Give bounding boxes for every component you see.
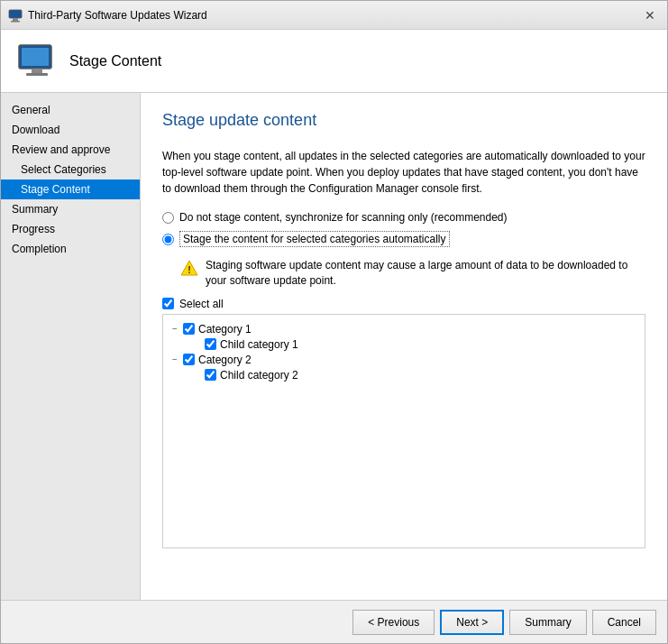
svg-rect-6 [26,73,48,76]
checkbox-child1[interactable] [205,338,216,350]
svg-rect-4 [22,48,49,66]
title-bar-text: Third-Party Software Updates Wizard [28,9,640,22]
sidebar: General Download Review and approve Sele… [1,93,141,600]
tree-item-child2: − Child category 2 [190,369,639,382]
sidebar-item-general[interactable]: General [1,100,140,120]
category2-label: Category 2 [198,354,252,366]
sidebar-item-review[interactable]: Review and approve [1,140,140,160]
warning-icon: ! [180,259,198,277]
tree-item-child1: − Child category 1 [190,338,639,351]
sidebar-item-summary[interactable]: Summary [1,199,140,219]
radio-option-2: Stage the content for selected categorie… [162,231,645,247]
content-area: Stage update content When you stage cont… [141,93,667,600]
tree-container: − Category 1 − Child category 1 − Catego… [162,314,645,548]
checkbox-category1[interactable] [183,323,195,335]
svg-rect-5 [32,69,42,73]
tree-expand-cat1[interactable]: − [169,324,181,334]
child1-label: Child category 1 [220,338,298,351]
checkbox-child2[interactable] [205,369,216,381]
category1-label: Category 1 [198,323,252,336]
page-title: Stage update content [162,111,645,130]
tree-expand-cat2[interactable]: − [169,354,181,364]
tree-item-category1: − Category 1 [169,323,639,336]
svg-rect-2 [11,21,20,23]
wizard-window: Third-Party Software Updates Wizard ✕ St… [0,0,668,644]
select-all-checkbox[interactable] [162,298,174,309]
title-bar: Third-Party Software Updates Wizard ✕ [1,1,667,30]
radio2-label[interactable]: Stage the content for selected categorie… [179,231,450,247]
footer: < Previous Next > Summary Cancel [1,600,667,643]
sidebar-item-completion[interactable]: Completion [1,239,140,259]
svg-rect-0 [9,10,22,18]
previous-button[interactable]: < Previous [352,610,435,635]
wizard-body: General Download Review and approve Sele… [1,93,667,600]
close-button[interactable]: ✕ [640,5,660,25]
wizard-header: Stage Content [1,30,667,93]
child2-label: Child category 2 [220,369,298,382]
svg-text:!: ! [188,264,191,275]
tree-item-category2: − Category 2 [169,354,639,366]
cancel-button[interactable]: Cancel [592,610,656,635]
radio-no-stage[interactable] [162,212,174,224]
svg-rect-1 [13,18,18,21]
select-all-row: Select all [162,298,645,310]
sidebar-item-select-categories[interactable]: Select Categories [1,160,140,179]
radio-option-1: Do not stage content, synchronize for sc… [162,211,645,224]
wizard-header-title: Stage Content [69,53,161,69]
sidebar-item-download[interactable]: Download [1,120,140,140]
radio-stage[interactable] [162,234,174,245]
sidebar-item-stage-content[interactable]: Stage Content [1,179,140,199]
checkbox-category2[interactable] [183,354,195,365]
next-button[interactable]: Next > [440,610,504,635]
warning-text: Staging software update content may caus… [206,258,645,289]
summary-button[interactable]: Summary [509,610,586,635]
computer-icon [15,40,59,83]
warning-box: ! Staging software update content may ca… [180,258,645,289]
title-bar-icon [8,8,23,23]
sidebar-item-progress[interactable]: Progress [1,219,140,239]
select-all-label[interactable]: Select all [179,298,224,310]
description-text: When you stage content, all updates in t… [162,148,645,197]
radio1-label[interactable]: Do not stage content, synchronize for sc… [179,211,508,224]
radio-group: Do not stage content, synchronize for sc… [162,211,645,247]
